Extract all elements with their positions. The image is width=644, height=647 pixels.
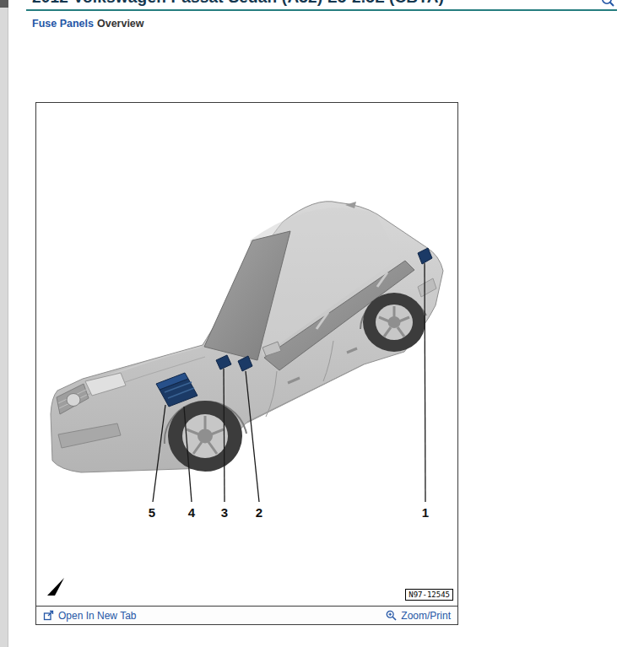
callout-number-5: 5 [144, 505, 160, 520]
front-wheel [168, 401, 242, 472]
callout-number-4: 4 [184, 505, 199, 520]
page-header: 2012 Volkswagen Passat Sedan (A32) L5-2.… [9, 0, 644, 11]
figure-reference-label: N97-12545 [405, 589, 453, 601]
rear-wheel [363, 293, 425, 352]
main-content: 2012 Volkswagen Passat Sedan (A32) L5-2.… [9, 0, 644, 647]
direction-arrow-icon [47, 578, 64, 596]
breadcrumb-current-page: Overview [97, 18, 144, 30]
breadcrumb-fuse-panels-link[interactable]: Fuse Panels [32, 18, 94, 30]
page: 2012 Volkswagen Passat Sedan (A32) L5-2.… [0, 0, 644, 647]
figure-toolbar: Open In New Tab Zoom/Print [36, 606, 457, 624]
callout-number-3: 3 [217, 505, 232, 520]
figure-image-area[interactable]: 5 4 3 2 1 N97-12545 [36, 103, 457, 606]
breadcrumb: Fuse PanelsOverview [32, 18, 644, 30]
callout-number-2: 2 [252, 505, 267, 520]
callout-number-1: 1 [418, 505, 433, 520]
title-divider [26, 9, 617, 11]
vertical-scrollbar[interactable] [0, 0, 8, 647]
vw-badge [67, 394, 80, 407]
open-in-new-tab-icon [43, 610, 54, 621]
figure-container: 5 4 3 2 1 N97-12545 Open In New Tab [35, 102, 458, 625]
scrollbar-thumb[interactable] [0, 0, 8, 8]
page-title: 2012 Volkswagen Passat Sedan (A32) L5-2.… [32, 0, 444, 7]
zoom-icon [386, 610, 397, 621]
vehicle-illustration [36, 103, 457, 606]
zoom-print-link[interactable]: Zoom/Print [386, 610, 451, 622]
open-in-new-tab-link[interactable]: Open In New Tab [43, 610, 137, 622]
